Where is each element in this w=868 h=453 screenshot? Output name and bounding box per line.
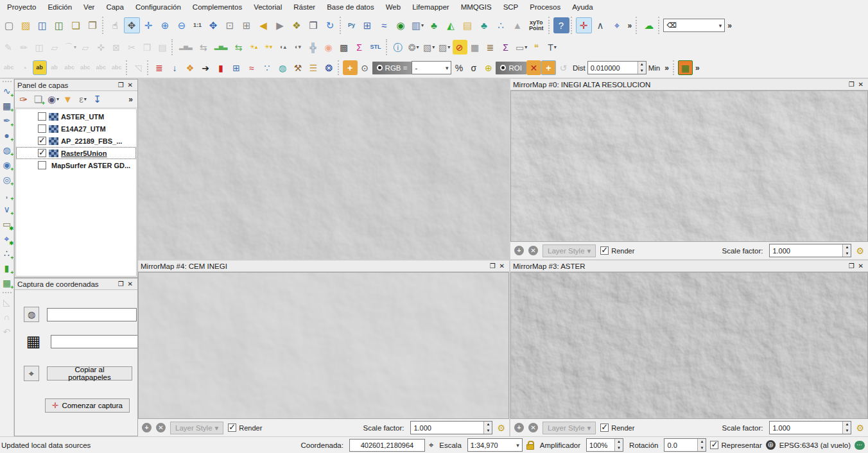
remove-layer-circle-button[interactable]: ✕ [528, 423, 538, 432]
menu-item[interactable]: Configuración [130, 1, 187, 13]
zoom-to-layer-icon[interactable]: ⊞ [239, 17, 255, 33]
mirrormap-0-canvas[interactable] [510, 90, 868, 242]
toolbar-overflow-button[interactable]: » [693, 64, 702, 73]
cluster-dots-icon[interactable]: ∴ [493, 17, 509, 33]
stepper[interactable]: ▲▼ [638, 62, 646, 74]
paste-features-icon[interactable]: ▤ [155, 40, 170, 55]
contrast-up-icon[interactable]: ◐▴ [277, 40, 291, 55]
grid-calc-icon[interactable]: ⊞ [360, 17, 376, 33]
scale-factor-spinbox[interactable]: 1.000 ▲▼ [769, 421, 851, 434]
step-down-icon[interactable]: ▼ [484, 428, 492, 434]
pan-map-icon[interactable]: ✥ [124, 17, 140, 33]
close-panel-icon[interactable]: ✕ [498, 262, 507, 269]
layer-style-dropdown[interactable]: Layer Style▾ [542, 244, 596, 257]
zoom-in-icon[interactable]: ⊕ [157, 17, 173, 33]
roi-grid-icon[interactable]: ▦ [678, 60, 693, 75]
step-up-icon[interactable]: ▲ [615, 439, 623, 445]
label-pie-icon[interactable]: ◔ [17, 60, 32, 75]
histogram-full-icon[interactable]: ▂▅▃ [177, 40, 196, 55]
toolbar-overflow-button[interactable]: » [625, 21, 635, 30]
menu-item[interactable]: Complementos [187, 1, 248, 13]
menu-item[interactable]: MMQGIS [455, 1, 498, 13]
expand-collapse-icon[interactable]: ↧ [91, 92, 105, 107]
contrast-down-icon[interactable]: ◐▾ [291, 40, 306, 55]
zoom-next-icon[interactable]: ▶ [272, 17, 288, 33]
archive-icon[interactable]: ▤ [460, 17, 476, 33]
add-table-icon[interactable]: ▦+ [1, 277, 13, 289]
add-chip-layer-icon[interactable]: ▭✱▾ [1, 218, 13, 230]
float-panel-icon[interactable]: ❐ [847, 81, 856, 88]
add-wcs-layer-icon[interactable]: ◉+ [1, 158, 13, 171]
text-annotation-icon[interactable]: T▾ [545, 40, 560, 55]
mountain-icon[interactable]: ▲ [510, 17, 526, 33]
move-feature-icon[interactable]: ▱ [78, 40, 93, 55]
scale-combobox[interactable]: 1:34,970▾ [467, 438, 523, 452]
remove-layer-circle-button[interactable]: ✕ [156, 423, 166, 432]
close-panel-icon[interactable]: ✕ [126, 280, 135, 287]
step-up-icon[interactable]: ▲ [843, 422, 851, 428]
attribute-table-icon[interactable]: ▦ [468, 40, 483, 55]
osgeo-wave-icon[interactable]: ≈ [376, 17, 392, 33]
crs-coordinate-field[interactable] [47, 308, 137, 321]
toggle-editing-icon[interactable]: ✏ [17, 40, 31, 55]
step-down-icon[interactable]: ▼ [843, 251, 851, 257]
scale-factor-spinbox[interactable]: 1.000 ▲▼ [769, 244, 851, 257]
statistics-icon[interactable]: Σ [499, 40, 514, 55]
wrench-icon[interactable]: ⚙ [856, 246, 864, 256]
label-pin-icon[interactable]: ab [48, 60, 62, 75]
grid-lines-icon[interactable]: ╬ [306, 40, 321, 55]
label-show-hide-icon[interactable]: abc [62, 60, 78, 75]
xyto-point-icon[interactable]: xyTo Point [526, 17, 547, 33]
coordinate-value-field[interactable]: 402601,2180964 [349, 439, 425, 452]
identify-icon[interactable]: ⓘ [391, 40, 406, 55]
label-abc-icon[interactable]: abc [1, 60, 17, 75]
gps-tools-icon[interactable]: ⌖✱ [1, 232, 13, 245]
roi-undo-icon[interactable]: ↺ [556, 60, 571, 75]
settings-gear-icon[interactable]: ❂ [322, 60, 336, 75]
render-checkbox[interactable] [228, 423, 236, 432]
menu-item[interactable]: Proyecto [1, 1, 42, 13]
layer-row[interactable]: Raster5Union [16, 147, 136, 159]
brightness-up-icon[interactable]: ☀▴ [247, 40, 261, 55]
radio-tower-icon[interactable]: ◉ [393, 17, 409, 33]
tools-icon[interactable]: ⚒ [291, 60, 306, 75]
mirrormap-3-canvas[interactable] [510, 272, 868, 419]
glow-icon[interactable]: ◉ [322, 40, 336, 55]
mouse-tracking-button[interactable]: ⌖ [24, 366, 39, 381]
step-down-icon[interactable]: ▼ [615, 445, 623, 452]
wrench-icon[interactable]: ⚙ [856, 423, 864, 433]
crs-status-label[interactable]: EPSG:6343 (al vuelo) [779, 441, 851, 449]
gps-connect-icon[interactable]: ⌖ [609, 17, 625, 33]
layer-checkbox[interactable] [38, 161, 46, 169]
copy-to-clipboard-button[interactable]: Copiar al portapapeles [47, 366, 132, 380]
render-checkbox[interactable] [600, 246, 609, 255]
caliper-icon[interactable]: ∧ [593, 17, 609, 33]
band-panel-icon[interactable]: ▮ [214, 60, 229, 75]
cluster-icon[interactable]: ❖ [183, 60, 198, 75]
zoom-last-icon[interactable]: ◀ [256, 17, 272, 33]
menu-item[interactable]: Web [380, 1, 406, 13]
lock-scale-icon[interactable] [526, 444, 534, 450]
add-postgis-layer-icon[interactable]: ●+▾ [1, 129, 13, 142]
layer-checkbox[interactable] [38, 124, 46, 133]
sum-bands-icon[interactable]: Σ [352, 40, 367, 55]
step-down-icon[interactable]: ▼ [698, 445, 706, 452]
start-capture-button[interactable]: ✛ Comenzar captura [45, 398, 130, 413]
float-panel-icon[interactable]: ❐ [116, 81, 126, 89]
roi-zoom-icon[interactable]: ⊕ [481, 60, 496, 75]
messages-icon[interactable]: ⋯ [855, 441, 865, 450]
crs-globe-icon[interactable]: ⊕ [766, 440, 776, 450]
input-arrow-icon[interactable]: ➔ [198, 60, 213, 75]
add-virtual-layer-icon[interactable]: ∨+ [1, 203, 13, 216]
step-up-icon[interactable]: ▲ [484, 422, 492, 428]
add-raster-layer-icon[interactable]: ▦+ [1, 99, 13, 112]
sigma-stretch-icon[interactable]: σ [466, 60, 481, 75]
dem-sun-icon[interactable]: ◭ [443, 17, 459, 33]
roi-add-icon[interactable]: + [541, 60, 556, 75]
layer-checkbox[interactable] [38, 112, 46, 121]
deselect-icon[interactable]: ▨▾ [437, 40, 452, 55]
wrench-icon[interactable]: ⚙ [497, 423, 505, 433]
toolbar-overflow-button[interactable]: » [126, 95, 135, 104]
menu-item[interactable]: Base de datos [321, 1, 380, 13]
measure-angle-icon[interactable]: ◺ [1, 296, 13, 309]
